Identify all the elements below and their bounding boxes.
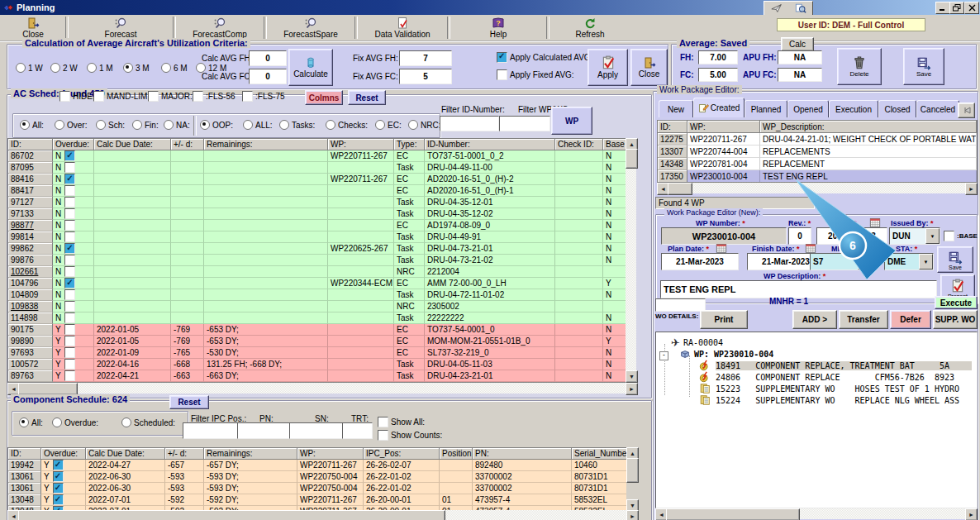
table-row[interactable]: 14348WP220781-004REPLACEMENT — [658, 158, 977, 170]
ac-radio2-EC[interactable]: EC: — [375, 120, 402, 130]
titlebar-tool-button[interactable] — [791, 2, 811, 14]
execute-button[interactable]: Execute — [935, 296, 978, 309]
radio-button[interactable] — [164, 120, 174, 130]
radio-button[interactable] — [279, 120, 289, 130]
ac-radio2-Tasks[interactable]: Tasks: — [279, 120, 315, 130]
overdue-checkbox[interactable] — [64, 312, 75, 323]
column-header[interactable]: Serial_Number:▲ — [572, 448, 627, 460]
row-id-cell[interactable]: 13048 — [8, 494, 41, 506]
column-header[interactable]: Overdue: — [53, 139, 94, 150]
radio-button[interactable] — [52, 417, 62, 427]
tree-item[interactable]: 15224 SUPPLEMENTARY WO REPLACE NLG WHEEL… — [699, 394, 972, 406]
date-calendar-icon[interactable] — [869, 217, 881, 228]
column-header[interactable]: Calc Due Date: — [86, 448, 165, 460]
toolbar-button-data-validation[interactable]: Data Validation — [360, 15, 445, 41]
wp-horizontal-scrollbar[interactable]: ◄ ► — [657, 183, 976, 193]
row-id-cell[interactable]: 100572 — [8, 359, 53, 370]
row-id-cell[interactable]: 88416 — [8, 174, 53, 185]
checkbox[interactable] — [59, 91, 70, 102]
overdue-checkbox[interactable] — [53, 471, 64, 482]
row-id-cell[interactable]: 87095 — [8, 162, 53, 174]
chevron-down-icon[interactable]: ▼ — [925, 228, 940, 244]
comp-filter-input-2[interactable] — [289, 422, 345, 439]
tab-scroll-left-button[interactable] — [958, 103, 975, 118]
column-header[interactable]: +/- d: — [165, 448, 204, 460]
overdue-checkbox[interactable] — [64, 301, 75, 312]
scroll-right-arrow[interactable]: ► — [965, 183, 978, 195]
ac-radio-Fin[interactable]: Fin: — [132, 120, 159, 130]
overdue-checkbox[interactable] — [64, 370, 75, 381]
overdue-checkbox[interactable] — [64, 266, 75, 277]
radio-button[interactable] — [132, 120, 142, 130]
tree-item[interactable]: 18491 COMPONENT REPLACE, TREATMENT BAT 5… — [699, 360, 972, 371]
table-row[interactable]: 99890Y2022-01-05-769-653 DY;ECMOM-MOM-21… — [8, 336, 626, 347]
column-header[interactable]: ID-Number: — [425, 139, 555, 150]
overdue-checkbox[interactable] — [64, 208, 75, 219]
checkbox[interactable] — [193, 91, 203, 102]
table-row[interactable]: 100572Y2022-04-16-668131.25 FH; -668 DY;… — [8, 359, 626, 370]
row-id-cell[interactable]: 13307 — [658, 146, 687, 158]
scroll-right-arrow[interactable]: ► — [626, 383, 638, 395]
scroll-down-arrow[interactable]: ▼ — [626, 370, 638, 383]
table-row[interactable]: 90175Y2022-01-05-769-653 DY;ECTO737-54-0… — [8, 324, 626, 336]
radio-button[interactable] — [408, 120, 418, 130]
print-button[interactable]: Print — [700, 310, 748, 329]
apply-button[interactable]: Apply — [588, 49, 628, 86]
radio-button[interactable] — [16, 63, 26, 73]
column-header[interactable]: Overdue: — [41, 448, 86, 460]
column-header[interactable]: Remainings: — [204, 448, 297, 460]
defer-button[interactable]: Defer — [890, 310, 931, 329]
supp-wo-button[interactable]: SUPP. WO — [933, 310, 978, 329]
apu-fc-value[interactable]: NA — [778, 68, 822, 82]
fix-avg-fh-input[interactable]: 7 — [399, 50, 452, 66]
row-id-cell[interactable]: 13061 — [8, 483, 41, 494]
ac-filter-check-3[interactable]: :FLS-56 — [193, 91, 235, 102]
column-header[interactable]: Calc Due Date: — [94, 139, 171, 150]
plan-calendar-icon[interactable] — [716, 242, 727, 254]
row-id-cell[interactable]: 98877 — [8, 220, 53, 231]
comp-radio-Overdue[interactable]: Overdue: — [52, 417, 98, 427]
scroll-thumb[interactable] — [668, 183, 692, 195]
overdue-checkbox[interactable] — [64, 289, 75, 300]
table-row[interactable]: 86702NWP220711-267ECTO737-51-0001_0_2N — [8, 150, 626, 162]
table-row[interactable]: 104796NWP220344-ECMECAMM 72-00-00_0_LHY — [8, 278, 626, 289]
comp-filter-input-3[interactable] — [342, 422, 373, 439]
filter-wp-input[interactable] — [499, 116, 550, 131]
radio-button[interactable] — [243, 120, 253, 130]
tree-wp-node[interactable]: WP: WP230010-004 — [679, 348, 773, 360]
scroll-right-arrow[interactable]: ► — [626, 510, 639, 520]
apply-fixed-box[interactable] — [497, 69, 507, 80]
overdue-checkbox[interactable] — [53, 483, 64, 494]
ac-radio2-ALL[interactable]: ALL: — [243, 120, 273, 130]
overdue-checkbox[interactable] — [64, 220, 75, 231]
toolbar-button-help[interactable]: ?Help — [453, 15, 544, 41]
colmns-button[interactable]: Colmns — [305, 90, 343, 105]
ac-radio-NA[interactable]: NA: — [164, 120, 190, 130]
wp-save-button[interactable]: Save — [937, 246, 973, 273]
period-radio-1M[interactable]: 1 M — [87, 63, 113, 73]
table-row[interactable]: 89763Y2022-04-21-663-663 DY;TaskDRU-04-2… — [8, 370, 626, 382]
toolbar-button-forecast[interactable]: Forecast — [71, 15, 170, 41]
issued-by-dropdown[interactable]: DUN▼ — [889, 227, 940, 245]
overdue-checkbox[interactable] — [64, 231, 75, 242]
minimize-button[interactable] — [935, 2, 950, 14]
tree-expander-icon[interactable]: - — [659, 351, 668, 360]
scroll-thumb[interactable] — [18, 383, 78, 395]
toolbar-button-forecastspare[interactable]: ForecastSpare — [269, 15, 352, 41]
table-row[interactable]: 97133NTaskDRU-04-35-12-02N — [8, 208, 626, 220]
table-row[interactable]: 97693Y2022-01-09-765-530 DY;ECSL737-32-2… — [8, 347, 626, 359]
save-avg-button[interactable]: Save — [903, 48, 944, 85]
avg-calc-button[interactable]: Calc — [781, 37, 814, 51]
show-all-box[interactable] — [378, 417, 388, 427]
calculate-button[interactable]: Calculate — [288, 49, 333, 86]
titlebar-tool-button[interactable] — [767, 2, 787, 14]
overdue-checkbox[interactable] — [64, 336, 75, 346]
scroll-right-arrow[interactable]: ► — [965, 508, 978, 520]
column-header[interactable]: WP_Description: — [760, 121, 977, 133]
tab-closed[interactable]: Closed — [878, 100, 916, 117]
overdue-checkbox[interactable] — [64, 174, 75, 184]
table-row[interactable]: 104809NTaskDRU-04-72-11-01-02N — [8, 289, 626, 301]
overdue-checkbox[interactable] — [64, 255, 75, 265]
filter-id-input[interactable] — [440, 116, 499, 131]
apu-fh-value[interactable]: NA — [778, 50, 822, 64]
